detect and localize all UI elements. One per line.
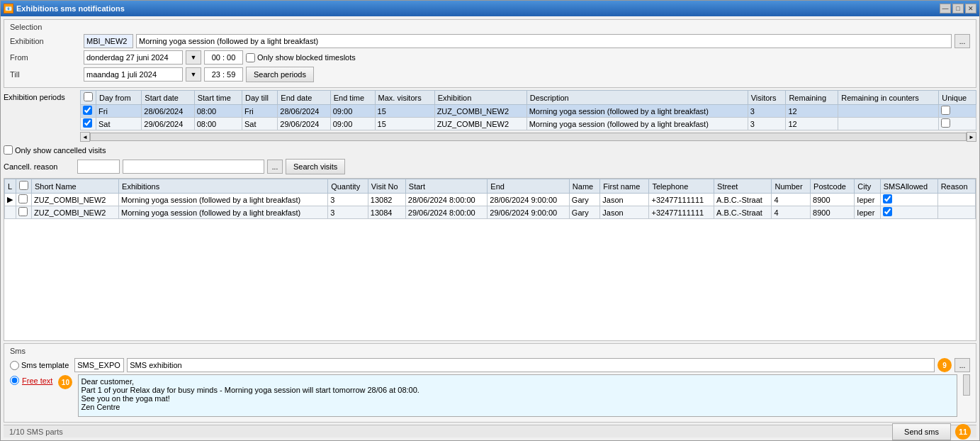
list-table-container[interactable]: L Short Name Exhibitions Quantity Visit … bbox=[4, 179, 976, 340]
row2-cb[interactable] bbox=[81, 118, 96, 130]
select-all-periods[interactable] bbox=[84, 92, 93, 101]
sms-template-code-input[interactable] bbox=[74, 358, 124, 372]
till-label: Till bbox=[10, 70, 81, 79]
row2-max-visitors: 15 bbox=[375, 118, 434, 130]
col-description: Description bbox=[526, 91, 748, 105]
from-date-picker-button[interactable]: ▼ bbox=[186, 50, 201, 65]
row2-day-from: Sat bbox=[96, 118, 142, 130]
cancell-reason-name[interactable] bbox=[123, 160, 264, 174]
restore-button[interactable]: □ bbox=[952, 4, 964, 13]
row2-cb[interactable] bbox=[16, 206, 32, 219]
only-cancelled-label: Only show cancelled visits bbox=[4, 145, 106, 155]
sms-message-textarea[interactable]: Dear customer, Part 1 of your Relax day … bbox=[78, 374, 957, 417]
horizontal-scrollbar[interactable] bbox=[90, 133, 967, 141]
minimize-button[interactable]: — bbox=[940, 4, 951, 13]
row1-quantity: 3 bbox=[328, 194, 368, 206]
col-exhibition: Exhibition bbox=[434, 91, 526, 105]
row2-checkbox[interactable] bbox=[83, 118, 92, 128]
table-row: Sat 29/06/2024 08:00 Sat 29/06/2024 09:0… bbox=[81, 118, 976, 130]
visit-row1-checkbox[interactable] bbox=[18, 194, 28, 203]
visit-row2-sms-cb[interactable] bbox=[883, 207, 892, 216]
close-button[interactable]: ✕ bbox=[965, 4, 976, 13]
row2-visit-no: 13084 bbox=[368, 206, 405, 219]
periods-area: Exhibition periods Day from Start date S… bbox=[4, 90, 976, 143]
periods-table: Day from Start date Start time Day till … bbox=[80, 90, 976, 130]
visits-header-row: L Short Name Exhibitions Quantity Visit … bbox=[5, 179, 976, 194]
sms-section: Sms Sms template 9 ... Free text bbox=[4, 343, 976, 423]
exhibition-code-input[interactable] bbox=[84, 34, 133, 48]
col-end-date: End date bbox=[278, 91, 330, 105]
row2-unique-cb[interactable] bbox=[941, 118, 950, 128]
row1-postcode: 8900 bbox=[811, 194, 855, 206]
row1-unique-cb[interactable] bbox=[941, 106, 950, 115]
sms-scrollbar[interactable] bbox=[963, 374, 970, 396]
row1-number: 4 bbox=[772, 194, 811, 206]
from-date-input[interactable] bbox=[84, 50, 183, 65]
col-street: Street bbox=[714, 179, 772, 194]
periods-table-body: Fri 28/06/2024 08:00 Fri 28/06/2024 09:0… bbox=[81, 105, 976, 130]
row1-start: 28/06/2024 8:00:00 bbox=[405, 194, 488, 206]
from-time-input[interactable] bbox=[204, 50, 243, 65]
col-exhibitions: Exhibitions bbox=[119, 179, 328, 194]
row1-visit-no: 13082 bbox=[368, 194, 405, 206]
search-visits-button[interactable]: Search visits bbox=[286, 159, 345, 174]
scroll-right-button[interactable]: ► bbox=[967, 132, 976, 142]
row2-name: Gary bbox=[569, 206, 600, 219]
exhibition-name-input[interactable] bbox=[136, 34, 952, 48]
till-date-input[interactable] bbox=[84, 67, 183, 82]
row2-sms-allowed bbox=[880, 206, 937, 219]
col-sms-allowed: SMSAllowed bbox=[880, 179, 937, 194]
row2-end-date: 29/06/2024 bbox=[278, 118, 330, 130]
row1-cb[interactable] bbox=[81, 105, 96, 118]
visit-row2-checkbox[interactable] bbox=[18, 207, 28, 216]
col-name: Name bbox=[569, 179, 600, 194]
visit-row1-sms-cb[interactable] bbox=[883, 194, 892, 203]
row1-sms-allowed bbox=[880, 194, 937, 206]
row2-quantity: 3 bbox=[328, 206, 368, 219]
cancell-reason-code[interactable] bbox=[77, 160, 120, 174]
row2-telephone: +32477111111 bbox=[649, 206, 714, 219]
cancell-reason-browse[interactable]: ... bbox=[267, 160, 283, 174]
exhibition-row: Exhibition ... bbox=[10, 34, 970, 48]
row1-description: Morning yoga session (followed by a ligh… bbox=[526, 105, 748, 118]
sms-template-label: Sms template bbox=[21, 361, 69, 369]
row1-checkbox[interactable] bbox=[83, 106, 92, 115]
row2-first-name: Jason bbox=[600, 206, 649, 219]
till-row: Till ▼ Search periods bbox=[10, 67, 970, 82]
row2-day-till: Sat bbox=[242, 118, 277, 130]
periods-label: Exhibition periods bbox=[4, 90, 74, 101]
col-start: Start bbox=[405, 179, 488, 194]
search-periods-button[interactable]: Search periods bbox=[246, 67, 314, 82]
row1-city: Ieper bbox=[855, 194, 880, 206]
only-blocked-label: Only show blocked timeslots bbox=[246, 53, 356, 62]
sms-free-text-row: Free text 10 Dear customer, Part 1 of yo… bbox=[10, 374, 970, 417]
row1-visitors: 3 bbox=[748, 105, 786, 118]
scroll-left-button[interactable]: ◄ bbox=[80, 132, 90, 142]
sms-template-radio[interactable] bbox=[10, 361, 19, 370]
row1-day-till: Fri bbox=[242, 105, 277, 118]
col-first-name: First name bbox=[600, 179, 649, 194]
exhibition-browse-button[interactable]: ... bbox=[954, 34, 970, 48]
till-date-picker-button[interactable]: ▼ bbox=[186, 67, 201, 82]
row2-remaining-counters bbox=[838, 118, 939, 130]
row1-l: ▶ bbox=[5, 194, 16, 206]
visits-table: L Short Name Exhibitions Quantity Visit … bbox=[4, 179, 976, 219]
sms-template-name-input[interactable] bbox=[127, 358, 935, 372]
only-cancelled-checkbox[interactable] bbox=[4, 145, 13, 155]
col-city: City bbox=[855, 179, 880, 194]
row1-cb[interactable] bbox=[16, 194, 32, 206]
till-time-input[interactable] bbox=[204, 67, 243, 82]
status-bar: 1/10 SMS parts Send sms 11 bbox=[4, 425, 976, 437]
title-bar: 📧 Exhibitions sms notifications — □ ✕ bbox=[1, 1, 979, 16]
col-select-all bbox=[16, 179, 32, 194]
select-all-visits[interactable] bbox=[19, 181, 28, 190]
sms-template-radio-label[interactable]: Sms template bbox=[10, 361, 69, 370]
sms-free-text-radio[interactable] bbox=[10, 376, 19, 385]
title-bar-left: 📧 Exhibitions sms notifications bbox=[4, 4, 125, 13]
free-text-label[interactable]: Free text bbox=[22, 376, 52, 385]
only-blocked-checkbox[interactable] bbox=[246, 53, 255, 62]
sms-template-browse[interactable]: ... bbox=[954, 358, 970, 372]
visits-table-header: L Short Name Exhibitions Quantity Visit … bbox=[5, 179, 976, 194]
send-sms-button[interactable]: Send sms bbox=[892, 423, 951, 440]
row2-description: Morning yoga session (followed by a ligh… bbox=[526, 118, 748, 130]
